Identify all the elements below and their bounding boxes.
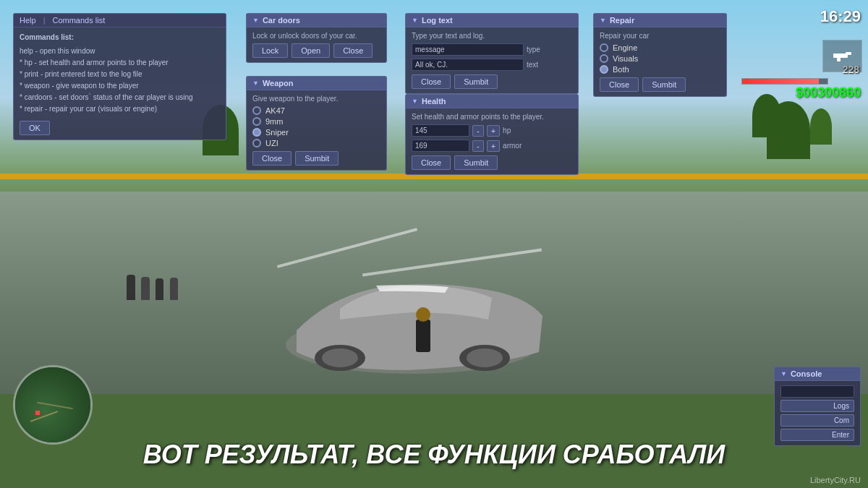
console-panel: Console Logs Com Enter (774, 367, 861, 446)
cmd-repair: * repair - repair your car (visuals or e… (20, 103, 220, 115)
health-content: Set health and armor points to the playe… (406, 108, 578, 174)
console-enter-button[interactable]: Enter (780, 429, 854, 441)
weapon-submit-button[interactable]: Sumbit (295, 151, 339, 166)
repair-buttons: Close Sumbit (600, 77, 720, 92)
car-doors-title: Car doors (247, 14, 386, 27)
weapon-sniper-row[interactable]: Sniper (252, 128, 380, 137)
health-armor-minus[interactable]: - (472, 140, 484, 152)
weapon-close-button[interactable]: Close (252, 151, 292, 166)
person-2 (141, 277, 150, 300)
repair-engine-radio[interactable] (600, 43, 608, 52)
car-doors-open-button[interactable]: Open (292, 43, 330, 58)
health-hp-input[interactable] (412, 124, 469, 137)
repair-both-radio[interactable] (600, 65, 608, 74)
weapon-ak47-radio[interactable] (252, 106, 261, 115)
health-hp-label: hp (503, 127, 511, 134)
cmd-print: * print - print entered text to the log … (20, 69, 220, 80)
console-buttons: Logs Com Enter (780, 400, 854, 441)
weapon-ak47-row[interactable]: AK47 (252, 106, 380, 115)
help-title-bar: Help | Commands list (14, 14, 226, 27)
health-armor-input[interactable] (412, 140, 469, 152)
log-allok-input[interactable] (412, 59, 524, 71)
health-armor-row: - + armor (412, 140, 572, 152)
health-title: Health (406, 95, 578, 108)
hud-weapon-box (822, 40, 862, 72)
cmd-hp: * hp - set health and armor points to th… (20, 57, 220, 69)
weapon-title: Weapon (247, 77, 386, 90)
svg-point-4 (467, 348, 503, 367)
weapon-uzi-radio[interactable] (252, 139, 261, 147)
console-input[interactable] (780, 385, 854, 398)
console-content: Logs Com Enter (775, 381, 860, 445)
health-armor-plus[interactable]: + (487, 140, 500, 152)
log-text-panel: Log text Type your text and log. type te… (405, 13, 579, 94)
help-ok-button[interactable]: OK (20, 121, 50, 135)
repair-close-button[interactable]: Close (600, 77, 639, 92)
repair-both-row[interactable]: Both (600, 65, 720, 74)
health-submit-button[interactable]: Sumbit (454, 155, 498, 170)
commands-list-link[interactable]: Commands list (52, 16, 105, 25)
car-doors-panel: Car doors Lock or unlock doors of your c… (246, 13, 387, 63)
console-com-button[interactable]: Com (780, 414, 854, 427)
weapon-panel: Weapon Give weapon to the player. AK47 9… (246, 76, 387, 171)
bg-tree-3 (810, 108, 832, 145)
weapon-uzi-row[interactable]: UZI (252, 139, 380, 147)
log-type-label: type (527, 46, 540, 53)
repair-engine-label: Engine (613, 43, 637, 52)
repair-visuals-label: Visuals (613, 54, 638, 63)
person-4 (170, 278, 178, 300)
car-doors-buttons: Lock Open Close (252, 43, 380, 58)
log-close-button[interactable]: Close (412, 74, 451, 89)
weapon-9mm-row[interactable]: 9mm (252, 117, 380, 126)
svg-rect-9 (837, 58, 841, 61)
repair-engine-row[interactable]: Engine (600, 43, 720, 52)
svg-point-2 (322, 348, 358, 367)
hud-health-fill (742, 79, 819, 84)
svg-rect-5 (416, 320, 430, 352)
person-3 (156, 278, 163, 300)
log-submit-button[interactable]: Sumbit (454, 74, 498, 89)
result-text: ВОТ РЕЗУЛЬТАТ, ВСЕ ФУНКЦИИ СРАБОТАЛИ (0, 440, 868, 470)
car-doors-lock-button[interactable]: Lock (252, 43, 288, 58)
weapon-9mm-radio[interactable] (252, 117, 261, 126)
watermark: LibertyCity.RU (810, 476, 861, 484)
car-doors-close-button[interactable]: Close (333, 43, 373, 58)
console-logs-button[interactable]: Logs (780, 400, 854, 412)
weapon-sniper-label: Sniper (265, 128, 289, 137)
repair-submit-button[interactable]: Sumbit (642, 77, 686, 92)
svg-rect-8 (846, 52, 851, 55)
help-body: Commands list: help - open this window *… (14, 27, 226, 140)
hud-clock: 16:29 (820, 7, 861, 26)
bg-tree-2 (752, 94, 781, 137)
game-car (275, 251, 550, 381)
help-panel: Help | Commands list Commands list: help… (13, 13, 226, 140)
log-message-input[interactable] (412, 43, 524, 56)
health-close-button[interactable]: Close (412, 155, 451, 170)
hud-health-bar (741, 78, 828, 85)
repair-subtitle: Repair your car (600, 32, 720, 40)
weapon-uzi-label: UZI (265, 139, 278, 147)
weapon-subtitle: Give weapon to the player. (252, 95, 380, 103)
log-text-content: Type your text and log. type text Close … (406, 27, 578, 93)
log-text-subtitle: Type your text and log. (412, 32, 572, 40)
minimap-road (30, 411, 58, 422)
svg-point-6 (416, 307, 430, 322)
console-title: Console (775, 367, 860, 381)
log-text-buttons: Close Sumbit (412, 74, 572, 89)
minimap (13, 365, 93, 445)
help-link[interactable]: Help (20, 16, 36, 25)
cmd-help: help - open this window (20, 46, 220, 57)
health-hp-minus[interactable]: - (472, 125, 484, 137)
hud-money: $00300860 (796, 85, 861, 100)
weapon-sniper-radio[interactable] (252, 128, 261, 137)
repair-visuals-row[interactable]: Visuals (600, 54, 720, 63)
weapon-buttons: Close Sumbit (252, 151, 380, 166)
repair-title: Repair (594, 14, 726, 27)
health-hp-row: - + hp (412, 124, 572, 137)
health-hp-plus[interactable]: + (487, 125, 500, 137)
minimap-player-dot (35, 411, 40, 415)
weapon-ak47-label: AK47 (265, 106, 285, 115)
weapon-content: Give weapon to the player. AK47 9mm Snip… (247, 90, 386, 170)
repair-visuals-radio[interactable] (600, 54, 608, 63)
cmd-cardoors: * cardoors - set doors` status of the ca… (20, 92, 220, 103)
